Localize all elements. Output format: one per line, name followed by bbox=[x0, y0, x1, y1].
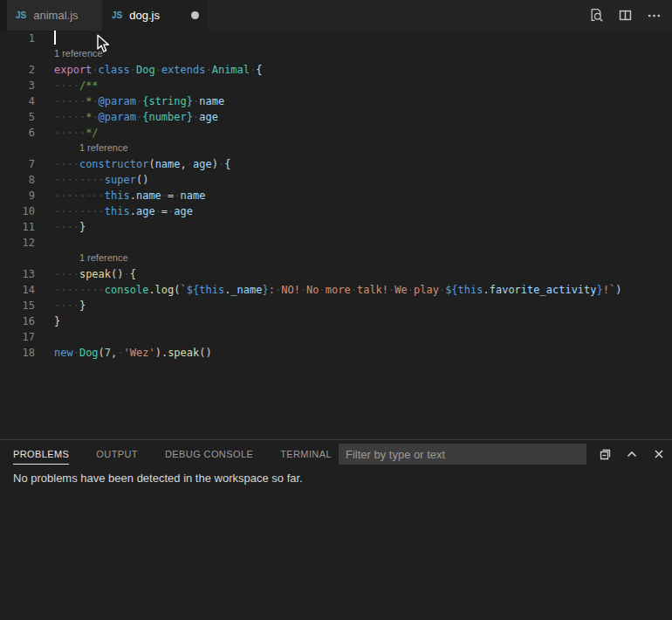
codelens-reference-link[interactable]: 1 reference bbox=[79, 251, 128, 265]
line-number[interactable]: 12 bbox=[0, 235, 35, 251]
code-line-text: ·····*·@param·{string}·name bbox=[35, 93, 224, 109]
code-line[interactable]: 11····} bbox=[0, 219, 672, 235]
line-number[interactable]: 18 bbox=[0, 345, 35, 361]
code-line-text bbox=[35, 31, 54, 46]
panel-tab-debug-console[interactable]: DEBUG CONSOLE bbox=[165, 444, 253, 464]
code-line-text: ····speak()·{ bbox=[35, 266, 136, 282]
line-number[interactable]: 2 bbox=[0, 62, 35, 78]
text-cursor bbox=[54, 31, 56, 45]
panel-tab-bar: PROBLEMS OUTPUT DEBUG CONSOLE TERMINAL bbox=[13, 444, 332, 466]
code-line[interactable]: 12 bbox=[0, 235, 672, 251]
code-line-text: ····} bbox=[35, 298, 86, 313]
code-line-text: ········this.age·=·age bbox=[35, 203, 193, 219]
code-line-text: ····constructor(name,·age)·{ bbox=[35, 156, 230, 172]
line-number[interactable]: 16 bbox=[0, 313, 35, 329]
panel-actions bbox=[594, 444, 669, 464]
code-line[interactable]: 15····} bbox=[0, 298, 672, 313]
code-line-text: } bbox=[35, 313, 60, 329]
tab-bar-left-edge bbox=[0, 0, 7, 31]
code-line[interactable]: 8········super() bbox=[0, 172, 672, 188]
editor-actions bbox=[588, 0, 672, 31]
javascript-file-icon: JS bbox=[16, 10, 26, 20]
javascript-file-icon: JS bbox=[112, 10, 122, 20]
panel-tab-output[interactable]: OUTPUT bbox=[96, 444, 138, 464]
bottom-panel: PROBLEMS OUTPUT DEBUG CONSOLE TERMINAL bbox=[0, 439, 672, 620]
line-number[interactable]: 11 bbox=[0, 219, 35, 235]
code-line-text: new·Dog(7,·'Wez').speak() bbox=[35, 345, 212, 361]
code-line[interactable]: 9········this.name·=·name bbox=[0, 188, 672, 203]
close-panel-icon[interactable] bbox=[648, 444, 669, 464]
codelens-reference-link[interactable]: 1 reference bbox=[54, 46, 103, 61]
line-number[interactable]: 3 bbox=[0, 78, 35, 93]
line-number[interactable]: 14 bbox=[0, 282, 35, 298]
editor-tab-bar: JS animal.js JS dog.js bbox=[0, 0, 672, 31]
line-number[interactable]: 8 bbox=[0, 172, 35, 188]
code-lines: 11 reference2export·class·Dog·extends·An… bbox=[0, 31, 672, 361]
code-line-text bbox=[35, 235, 54, 251]
tab-label: animal.js bbox=[33, 9, 78, 22]
vscode-window: JS animal.js JS dog.js bbox=[0, 0, 672, 620]
line-number[interactable]: 4 bbox=[0, 93, 35, 109]
problems-empty-message: No problems have been detected in the wo… bbox=[13, 472, 303, 485]
code-editor: 11 reference2export·class·Dog·extends·An… bbox=[0, 31, 672, 439]
split-editor-icon[interactable] bbox=[617, 8, 633, 24]
code-line[interactable]: 17 bbox=[0, 329, 672, 345]
line-number[interactable]: 1 bbox=[0, 31, 35, 46]
panel-tab-problems[interactable]: PROBLEMS bbox=[13, 444, 69, 465]
code-line[interactable]: 5·····*·@param·{number}·age bbox=[0, 109, 672, 125]
maximize-panel-icon[interactable] bbox=[621, 444, 642, 464]
code-line-text: ········this.name·=·name bbox=[35, 188, 205, 203]
tab-dog-js[interactable]: JS dog.js bbox=[103, 0, 208, 31]
code-line[interactable]: 1 bbox=[0, 31, 672, 46]
code-line-text: ·····*/ bbox=[35, 125, 99, 141]
code-line[interactable]: 4·····*·@param·{string}·name bbox=[0, 93, 672, 109]
line-number[interactable]: 13 bbox=[0, 266, 35, 282]
code-line-text: ········super() bbox=[35, 172, 148, 188]
code-line-text: export·class·Dog·extends·Animal·{ bbox=[35, 62, 263, 78]
code-line-text: ········console.log(`${this._name}:·NO!·… bbox=[35, 282, 621, 298]
line-number[interactable]: 6 bbox=[0, 125, 35, 141]
code-line-text: ····/** bbox=[35, 78, 99, 93]
code-line[interactable]: 14········console.log(`${this._name}:·NO… bbox=[0, 282, 672, 298]
line-number[interactable]: 5 bbox=[0, 109, 35, 125]
tab-label: dog.js bbox=[129, 9, 160, 22]
code-line[interactable]: 7····constructor(name,·age)·{ bbox=[0, 156, 672, 172]
code-line-text bbox=[35, 329, 54, 345]
code-line[interactable]: 10········this.age·=·age bbox=[0, 203, 672, 219]
modified-indicator-icon[interactable] bbox=[191, 11, 199, 19]
code-line-text: ·····*·@param·{number}·age bbox=[35, 109, 218, 125]
line-number[interactable]: 9 bbox=[0, 188, 35, 203]
line-number[interactable]: 10 bbox=[0, 203, 35, 219]
collapse-all-icon[interactable] bbox=[594, 444, 615, 464]
code-line[interactable]: 3····/** bbox=[0, 78, 672, 93]
panel-tab-terminal[interactable]: TERMINAL bbox=[280, 444, 332, 464]
more-actions-icon[interactable] bbox=[646, 8, 662, 24]
code-line[interactable]: 13····speak()·{ bbox=[0, 266, 672, 282]
line-number[interactable]: 17 bbox=[0, 329, 35, 345]
codelens-reference-link[interactable]: 1 reference bbox=[79, 141, 128, 155]
find-in-file-icon[interactable] bbox=[588, 8, 604, 24]
code-line[interactable]: 6·····*/ bbox=[0, 125, 672, 141]
code-line-text: ····} bbox=[35, 219, 86, 235]
tab-animal-js[interactable]: JS animal.js bbox=[7, 0, 103, 31]
line-number[interactable]: 7 bbox=[0, 156, 35, 172]
problems-filter-input[interactable] bbox=[339, 444, 586, 465]
code-line[interactable]: 2export·class·Dog·extends·Animal·{ bbox=[0, 62, 672, 78]
code-line[interactable]: 16} bbox=[0, 313, 672, 329]
line-number[interactable]: 15 bbox=[0, 298, 35, 313]
code-line[interactable]: 18new·Dog(7,·'Wez').speak() bbox=[0, 345, 672, 361]
